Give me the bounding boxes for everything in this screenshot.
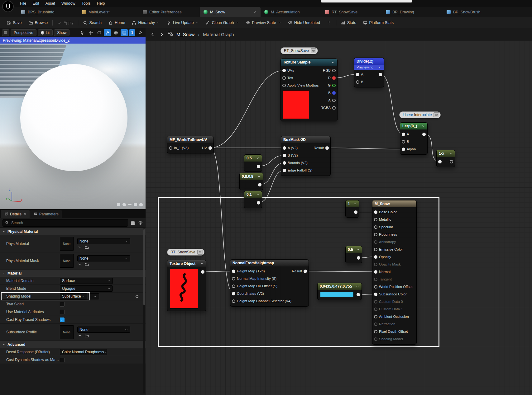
menu-asset[interactable]: Asset <box>42 0 58 7</box>
close-tab-icon[interactable] <box>254 10 257 14</box>
details-section-material[interactable]: Material <box>0 270 146 277</box>
save-button[interactable]: Save <box>3 17 25 28</box>
toolbar-expand-icon[interactable] <box>137 29 144 36</box>
dropdown-decal-response-dbuffer[interactable]: Color Normal Roughness <box>60 349 107 355</box>
preview-state-button[interactable]: Preview State <box>242 17 285 28</box>
pin-coords[interactable] <box>232 292 235 295</box>
unreal-logo[interactable] <box>2 1 14 12</box>
dropdown-phys-material-mask[interactable]: None <box>77 255 130 261</box>
pin-in[interactable] <box>438 160 442 163</box>
pin-uvs[interactable] <box>282 69 286 72</box>
doc-tab-bp-drawing[interactable]: BP_Drawing <box>382 7 443 17</box>
node-texture_object[interactable]: Texture Object <box>167 260 206 311</box>
node-divide[interactable]: Divide(,2)PreviewingAB <box>354 58 384 87</box>
comment-pill-rt-snowsave[interactable]: RT_SnowSave <box>280 47 318 54</box>
viewport-scene[interactable]: Z Y X <box>0 44 146 209</box>
menu-window[interactable]: Window <box>58 0 78 7</box>
nav-forward-button[interactable] <box>159 32 164 37</box>
scale-tool-button[interactable] <box>104 29 111 36</box>
pin-wpo[interactable] <box>374 285 377 289</box>
bubble-pin-icon[interactable] <box>311 48 316 53</box>
pin-normal[interactable] <box>374 270 377 274</box>
pin-out[interactable] <box>354 210 357 214</box>
reset-to-default-button[interactable] <box>135 294 139 298</box>
show-dropdown[interactable]: Show <box>54 29 69 36</box>
pin-ao[interactable] <box>374 315 377 318</box>
nav-back-button[interactable] <box>150 32 156 37</box>
pin-custom0[interactable] <box>374 300 377 303</box>
menu-edit[interactable]: Edit <box>29 0 42 7</box>
pin-custom1[interactable] <box>374 308 377 311</box>
pin-opacity_mask[interactable] <box>374 263 377 266</box>
details-section-physical-material[interactable]: Physical Material <box>0 228 146 235</box>
node-c05a[interactable]: 0.5 <box>244 154 262 172</box>
hide-unrelated-button[interactable]: Hide Unrelated <box>285 17 324 28</box>
pin-alpha[interactable] <box>402 148 405 151</box>
pin-out[interactable] <box>201 270 204 274</box>
pin-base_color[interactable] <box>374 210 377 214</box>
browse-button[interactable]: Browse <box>25 17 51 28</box>
grid-snap-toggle[interactable] <box>121 29 128 36</box>
pin-mipbias[interactable] <box>282 84 286 87</box>
use-selected-asset-button[interactable] <box>78 334 82 338</box>
pin-shading_model[interactable] <box>374 337 377 341</box>
doc-tab-bp-snowbrush[interactable]: BP_SnowBrush <box>443 7 504 17</box>
floating-search-bar[interactable] <box>321 0 412 2</box>
pin-refraction[interactable] <box>374 322 377 326</box>
details-settings-button[interactable] <box>138 220 143 225</box>
close-details-tab-icon[interactable] <box>23 212 26 216</box>
world-local-toggle[interactable] <box>112 29 119 36</box>
shading-model-extra-dropdown[interactable] <box>89 293 99 299</box>
comment-pill-rt-snowsave[interactable]: RT_SnowSave <box>167 249 204 256</box>
home-button[interactable]: Home <box>105 17 128 28</box>
checkbox-two-sided[interactable] <box>60 302 65 307</box>
pin-a[interactable] <box>356 73 359 76</box>
checkbox-cast-ray-traced-shadows[interactable] <box>60 317 65 322</box>
pin-metallic[interactable] <box>374 218 377 221</box>
pin-a[interactable] <box>332 99 336 102</box>
property-matrix-button[interactable] <box>131 220 136 225</box>
preview-shape-plane-button[interactable] <box>128 204 132 205</box>
move-tool-button[interactable] <box>87 29 94 36</box>
asset-thumbnail[interactable]: None <box>60 254 74 268</box>
dropdown-material-domain[interactable]: Surface <box>60 278 113 284</box>
pin-rgba[interactable] <box>332 106 336 110</box>
pin-out[interactable] <box>450 160 453 163</box>
menu-help[interactable]: Help <box>94 0 108 7</box>
node-c0808[interactable]: 0.8,0.8 <box>239 173 263 190</box>
breadcrumb-root[interactable]: M_Snow <box>176 32 194 37</box>
pin-out[interactable] <box>357 293 360 296</box>
pin-nmi[interactable] <box>232 277 235 280</box>
details-scrollbar[interactable] <box>143 228 145 393</box>
pin-subsurface_color[interactable] <box>374 293 377 296</box>
pin-emissive[interactable] <box>374 248 377 251</box>
pin-channel[interactable] <box>232 299 235 303</box>
rotate-tool-button[interactable] <box>95 29 103 36</box>
details-section-advanced[interactable]: Advanced <box>0 341 146 348</box>
node-mf[interactable]: MF_WorldToSnowUVIn_1 (V3)UV <box>167 136 214 153</box>
node-texture_sample[interactable]: Texture SampleUVsTexApply View MipBiasRG… <box>280 59 338 121</box>
doc-tab-rt-snowsave[interactable]: RT_SnowSave <box>321 7 382 17</box>
details-search-box[interactable] <box>2 219 128 227</box>
tab-details[interactable]: Details <box>1 210 30 218</box>
pin-r[interactable] <box>332 76 336 80</box>
preview-shape-custom-button[interactable] <box>139 203 143 207</box>
pin-a[interactable] <box>402 133 405 136</box>
bubble-pin-icon[interactable] <box>434 112 439 117</box>
hierarchy-button[interactable]: Hierarchy <box>128 17 163 28</box>
doc-tab-editor-preferences[interactable]: Editor Preferences <box>139 7 200 17</box>
node-c01[interactable]: 0.1 <box>244 191 262 208</box>
use-selected-asset-button[interactable] <box>78 262 82 266</box>
grid-snap-size[interactable]: 1 <box>129 29 135 36</box>
pin-heightmap[interactable] <box>232 270 235 273</box>
pin-b[interactable] <box>356 80 359 84</box>
preview-shape-cylinder-button[interactable] <box>117 203 121 207</box>
node-onex[interactable]: 1-x <box>436 150 455 167</box>
node-c1[interactable]: 1 <box>345 200 359 218</box>
pin-out[interactable] <box>257 165 260 168</box>
pin-rgb[interactable] <box>332 69 336 72</box>
pin-result[interactable] <box>304 270 307 273</box>
scrollbar-thumb[interactable] <box>143 229 145 305</box>
browse-to-asset-button[interactable] <box>85 334 89 338</box>
pin-tangent[interactable] <box>374 278 377 281</box>
